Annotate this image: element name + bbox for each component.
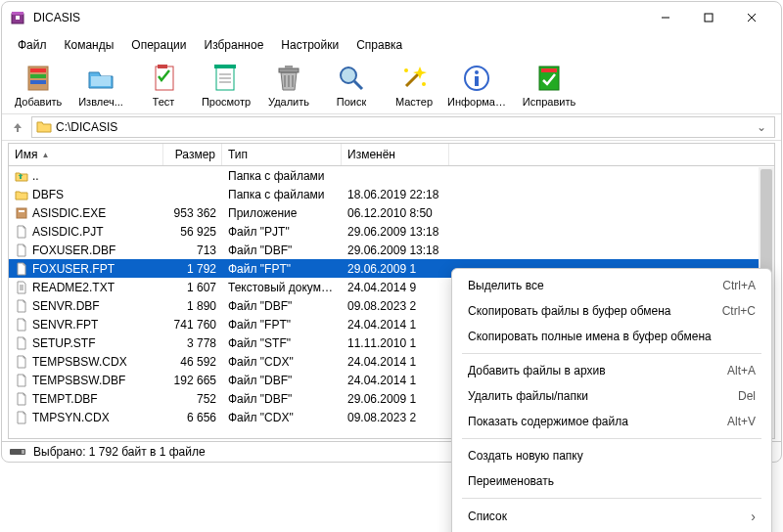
folder-icon xyxy=(36,119,52,135)
context-menu-item[interactable]: Скопировать файлы в буфер обменаCtrl+C xyxy=(452,298,771,324)
file-icon xyxy=(15,188,28,201)
file-icon xyxy=(15,225,28,239)
context-menu-item[interactable]: Удалить файлы/папкиDel xyxy=(452,383,771,409)
svg-rect-35 xyxy=(19,210,24,212)
table-row[interactable]: ASISDIC.PJT56 925Файл "PJT"29.06.2009 13… xyxy=(9,222,774,241)
column-modified[interactable]: Изменён xyxy=(342,144,449,165)
menubar: ФайлКомандыОперацииИзбранноеНастройкиСпр… xyxy=(2,33,781,57)
svg-rect-4 xyxy=(705,14,713,22)
search-icon xyxy=(336,63,367,94)
view-icon xyxy=(210,63,242,94)
context-menu-item[interactable]: Переименовать xyxy=(452,468,771,494)
svg-rect-19 xyxy=(279,68,299,72)
table-row[interactable]: DBFSПапка с файлами18.06.2019 22:18 xyxy=(9,185,774,203)
path-input[interactable]: C:\DICASIS ⌄ xyxy=(31,116,775,138)
menu-separator xyxy=(462,498,761,499)
test-icon xyxy=(148,63,179,94)
column-type[interactable]: Тип xyxy=(222,144,342,165)
svg-rect-1 xyxy=(12,12,23,15)
add-icon xyxy=(23,63,54,94)
svg-rect-11 xyxy=(91,76,111,86)
menu-команды[interactable]: Команды xyxy=(57,35,122,55)
app-icon xyxy=(10,10,25,25)
maximize-button[interactable] xyxy=(687,3,730,32)
file-icon xyxy=(15,244,28,257)
svg-line-26 xyxy=(406,72,420,86)
svg-rect-2 xyxy=(16,16,20,20)
svg-point-27 xyxy=(404,68,408,72)
svg-point-28 xyxy=(422,82,426,86)
context-menu-item[interactable]: Список xyxy=(452,503,771,530)
toolbar-test-button[interactable]: Тест xyxy=(133,61,194,110)
file-icon xyxy=(15,392,28,406)
menu-separator xyxy=(462,438,761,439)
table-row[interactable]: ASISDIC.EXE953 362Приложение06.12.2010 8… xyxy=(9,203,774,222)
minimize-button[interactable] xyxy=(644,3,687,32)
titlebar: DICASIS xyxy=(2,2,781,33)
toolbar-search-button[interactable]: Поиск xyxy=(321,61,382,110)
svg-point-30 xyxy=(475,70,479,74)
file-icon xyxy=(15,281,28,294)
svg-rect-13 xyxy=(158,65,167,68)
list-header: Имя ▲ Размер Тип Изменён xyxy=(9,144,774,166)
context-menu-item[interactable]: Показать содержимое файлаAlt+V xyxy=(452,409,771,434)
menu-файл[interactable]: Файл xyxy=(10,35,55,55)
file-icon xyxy=(15,336,28,350)
toolbar-info-button[interactable]: Информация xyxy=(446,61,507,110)
svg-rect-8 xyxy=(30,68,46,72)
context-menu: Выделить всеCtrl+AСкопировать файлы в бу… xyxy=(451,268,772,532)
file-icon xyxy=(15,355,28,369)
info-icon xyxy=(461,63,492,94)
menu-separator xyxy=(462,353,761,354)
toolbar-wizard-button[interactable]: Мастер xyxy=(384,61,444,110)
svg-line-25 xyxy=(354,81,362,89)
menu-настройки[interactable]: Настройки xyxy=(273,35,346,55)
svg-rect-33 xyxy=(541,68,557,72)
svg-point-24 xyxy=(341,67,356,83)
path-text: C:\DICASIS xyxy=(56,120,749,134)
extract-icon xyxy=(85,63,116,94)
toolbar-add-button[interactable]: Добавить xyxy=(8,61,69,110)
wizard-icon xyxy=(398,63,430,94)
disk-icon xyxy=(10,447,27,457)
sort-asc-icon: ▲ xyxy=(41,151,49,159)
svg-rect-40 xyxy=(22,450,24,454)
file-icon xyxy=(15,169,28,183)
window-title: DICASIS xyxy=(33,11,644,24)
svg-rect-31 xyxy=(475,76,479,86)
file-icon xyxy=(15,411,28,424)
path-bar: C:\DICASIS ⌄ xyxy=(2,114,781,141)
svg-rect-20 xyxy=(285,66,293,68)
file-icon xyxy=(15,206,28,220)
menu-избранное[interactable]: Избранное xyxy=(197,35,272,55)
table-row[interactable]: ..Папка с файлами xyxy=(9,166,774,185)
menu-справка[interactable]: Справка xyxy=(348,35,410,55)
file-icon xyxy=(15,374,28,387)
file-icon xyxy=(15,262,28,276)
toolbar-extract-button[interactable]: Извлеч... xyxy=(70,61,131,110)
repair-icon xyxy=(533,63,565,94)
svg-rect-15 xyxy=(214,65,236,68)
svg-rect-34 xyxy=(17,208,26,218)
close-button[interactable] xyxy=(730,3,773,32)
file-icon xyxy=(15,299,28,313)
svg-rect-10 xyxy=(30,80,46,84)
column-size[interactable]: Размер xyxy=(163,144,222,165)
context-menu-item[interactable]: Выделить всеCtrl+A xyxy=(452,273,771,298)
context-menu-item[interactable]: Добавить файлы в архивAlt+A xyxy=(452,358,771,383)
delete-icon xyxy=(273,63,304,94)
toolbar-repair-button[interactable]: Исправить xyxy=(519,61,579,110)
toolbar-view-button[interactable]: Просмотр xyxy=(196,61,256,110)
menu-операции[interactable]: Операции xyxy=(123,35,194,55)
toolbar-delete-button[interactable]: Удалить xyxy=(258,61,319,110)
context-menu-item[interactable]: Скопировать полные имена в буфер обмена xyxy=(452,324,771,349)
toolbar: ДобавитьИзвлеч...ТестПросмотрУдалитьПоис… xyxy=(2,57,781,114)
context-menu-item[interactable]: Создать новую папку xyxy=(452,443,771,468)
column-name[interactable]: Имя ▲ xyxy=(9,144,163,165)
up-button[interactable] xyxy=(8,117,27,137)
status-selection: Выбрано: 1 792 байт в 1 файле xyxy=(33,445,206,459)
file-icon xyxy=(15,318,28,332)
table-row[interactable]: FOXUSER.DBF713Файл "DBF"29.06.2009 13:18 xyxy=(9,241,774,259)
path-dropdown[interactable]: ⌄ xyxy=(753,120,770,134)
svg-rect-9 xyxy=(30,74,46,78)
